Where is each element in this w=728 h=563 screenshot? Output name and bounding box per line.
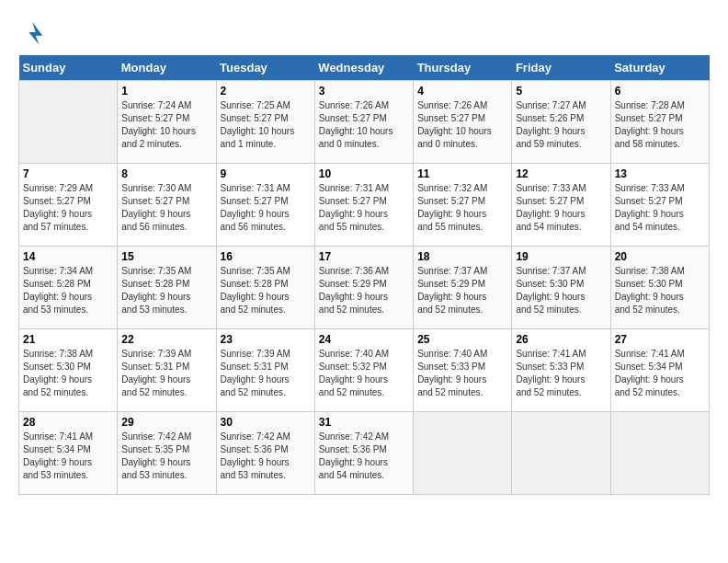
day-number: 11 xyxy=(417,167,507,180)
calendar-cell: 30Sunrise: 7:42 AM Sunset: 5:36 PM Dayli… xyxy=(216,412,314,495)
day-number: 12 xyxy=(516,167,606,180)
day-info: Sunrise: 7:41 AM Sunset: 5:34 PM Dayligh… xyxy=(23,431,113,482)
day-info: Sunrise: 7:38 AM Sunset: 5:30 PM Dayligh… xyxy=(615,265,705,316)
day-number: 9 xyxy=(221,167,311,180)
day-info: Sunrise: 7:41 AM Sunset: 5:33 PM Dayligh… xyxy=(516,348,606,399)
day-number: 23 xyxy=(221,333,311,346)
day-info: Sunrise: 7:42 AM Sunset: 5:35 PM Dayligh… xyxy=(121,431,211,482)
day-number: 16 xyxy=(221,250,311,263)
calendar-cell: 11Sunrise: 7:32 AM Sunset: 5:27 PM Dayli… xyxy=(414,164,512,247)
calendar-cell: 2Sunrise: 7:25 AM Sunset: 5:27 PM Daylig… xyxy=(216,81,314,164)
day-info: Sunrise: 7:26 AM Sunset: 5:27 PM Dayligh… xyxy=(417,99,507,151)
weekday-header: Monday xyxy=(118,55,216,81)
day-info: Sunrise: 7:40 AM Sunset: 5:32 PM Dayligh… xyxy=(319,348,409,399)
day-number: 15 xyxy=(121,250,211,263)
day-info: Sunrise: 7:39 AM Sunset: 5:31 PM Dayligh… xyxy=(121,348,211,399)
calendar-cell: 7Sunrise: 7:29 AM Sunset: 5:27 PM Daylig… xyxy=(19,164,118,247)
day-info: Sunrise: 7:26 AM Sunset: 5:27 PM Dayligh… xyxy=(319,99,409,151)
day-number: 1 xyxy=(121,85,211,98)
day-number: 19 xyxy=(516,250,606,263)
weekday-header: Sunday xyxy=(19,55,118,81)
calendar-cell xyxy=(19,81,118,164)
calendar-cell: 3Sunrise: 7:26 AM Sunset: 5:27 PM Daylig… xyxy=(314,81,413,164)
day-info: Sunrise: 7:38 AM Sunset: 5:30 PM Dayligh… xyxy=(23,348,113,399)
calendar-cell: 17Sunrise: 7:36 AM Sunset: 5:29 PM Dayli… xyxy=(314,247,413,329)
calendar-cell: 19Sunrise: 7:37 AM Sunset: 5:30 PM Dayli… xyxy=(512,247,610,329)
calendar-cell: 8Sunrise: 7:30 AM Sunset: 5:27 PM Daylig… xyxy=(118,164,216,247)
calendar-cell: 25Sunrise: 7:40 AM Sunset: 5:33 PM Dayli… xyxy=(414,329,512,412)
weekday-header: Wednesday xyxy=(314,55,413,81)
weekday-header: Thursday xyxy=(414,55,512,81)
calendar-cell xyxy=(414,412,512,495)
day-number: 29 xyxy=(121,416,211,429)
day-info: Sunrise: 7:36 AM Sunset: 5:29 PM Dayligh… xyxy=(319,265,409,316)
day-info: Sunrise: 7:42 AM Sunset: 5:36 PM Dayligh… xyxy=(221,431,311,482)
day-number: 5 xyxy=(516,85,606,98)
day-number: 14 xyxy=(23,250,113,263)
day-info: Sunrise: 7:33 AM Sunset: 5:27 PM Dayligh… xyxy=(516,182,606,234)
calendar-cell: 18Sunrise: 7:37 AM Sunset: 5:29 PM Dayli… xyxy=(414,247,512,329)
logo-icon xyxy=(18,18,46,46)
day-number: 27 xyxy=(615,333,705,346)
day-info: Sunrise: 7:25 AM Sunset: 5:27 PM Dayligh… xyxy=(221,99,311,151)
day-info: Sunrise: 7:32 AM Sunset: 5:27 PM Dayligh… xyxy=(417,182,507,234)
calendar-cell xyxy=(512,412,610,495)
day-number: 21 xyxy=(23,333,113,346)
calendar-cell: 26Sunrise: 7:41 AM Sunset: 5:33 PM Dayli… xyxy=(512,329,610,412)
calendar-cell: 13Sunrise: 7:33 AM Sunset: 5:27 PM Dayli… xyxy=(610,164,709,247)
calendar-week-row: 1Sunrise: 7:24 AM Sunset: 5:27 PM Daylig… xyxy=(19,81,710,164)
day-info: Sunrise: 7:31 AM Sunset: 5:27 PM Dayligh… xyxy=(319,182,409,234)
day-info: Sunrise: 7:39 AM Sunset: 5:31 PM Dayligh… xyxy=(221,348,311,399)
calendar-week-row: 21Sunrise: 7:38 AM Sunset: 5:30 PM Dayli… xyxy=(19,329,710,412)
day-number: 8 xyxy=(121,167,211,180)
day-info: Sunrise: 7:37 AM Sunset: 5:30 PM Dayligh… xyxy=(516,265,606,316)
day-number: 7 xyxy=(23,167,113,180)
calendar-cell: 9Sunrise: 7:31 AM Sunset: 5:27 PM Daylig… xyxy=(216,164,314,247)
day-info: Sunrise: 7:41 AM Sunset: 5:34 PM Dayligh… xyxy=(615,348,705,399)
day-info: Sunrise: 7:35 AM Sunset: 5:28 PM Dayligh… xyxy=(121,265,211,316)
calendar-cell: 20Sunrise: 7:38 AM Sunset: 5:30 PM Dayli… xyxy=(610,247,709,329)
day-info: Sunrise: 7:33 AM Sunset: 5:27 PM Dayligh… xyxy=(615,182,705,234)
day-number: 31 xyxy=(319,416,409,429)
calendar-cell: 12Sunrise: 7:33 AM Sunset: 5:27 PM Dayli… xyxy=(512,164,610,247)
calendar-cell: 22Sunrise: 7:39 AM Sunset: 5:31 PM Dayli… xyxy=(118,329,216,412)
calendar-cell: 31Sunrise: 7:42 AM Sunset: 5:36 PM Dayli… xyxy=(314,412,413,495)
calendar-cell: 6Sunrise: 7:28 AM Sunset: 5:27 PM Daylig… xyxy=(610,81,709,164)
calendar-cell: 28Sunrise: 7:41 AM Sunset: 5:34 PM Dayli… xyxy=(19,412,118,495)
day-number: 26 xyxy=(516,333,606,346)
day-number: 3 xyxy=(319,85,409,98)
day-info: Sunrise: 7:28 AM Sunset: 5:27 PM Dayligh… xyxy=(615,99,705,151)
calendar-week-row: 14Sunrise: 7:34 AM Sunset: 5:28 PM Dayli… xyxy=(19,247,710,329)
day-number: 22 xyxy=(121,333,211,346)
day-info: Sunrise: 7:31 AM Sunset: 5:27 PM Dayligh… xyxy=(221,182,311,234)
calendar-cell: 24Sunrise: 7:40 AM Sunset: 5:32 PM Dayli… xyxy=(314,329,413,412)
calendar-cell: 29Sunrise: 7:42 AM Sunset: 5:35 PM Dayli… xyxy=(118,412,216,495)
day-number: 6 xyxy=(615,85,705,98)
day-number: 13 xyxy=(615,167,705,180)
calendar-cell: 5Sunrise: 7:27 AM Sunset: 5:26 PM Daylig… xyxy=(512,81,610,164)
calendar-cell xyxy=(610,412,709,495)
svg-marker-0 xyxy=(28,22,42,45)
day-info: Sunrise: 7:37 AM Sunset: 5:29 PM Dayligh… xyxy=(417,265,507,316)
day-info: Sunrise: 7:29 AM Sunset: 5:27 PM Dayligh… xyxy=(23,182,113,234)
day-number: 25 xyxy=(417,333,507,346)
day-number: 20 xyxy=(615,250,705,263)
day-number: 17 xyxy=(319,250,409,263)
day-number: 30 xyxy=(221,416,311,429)
calendar-cell: 16Sunrise: 7:35 AM Sunset: 5:28 PM Dayli… xyxy=(216,247,314,329)
day-number: 18 xyxy=(417,250,507,263)
calendar-cell: 23Sunrise: 7:39 AM Sunset: 5:31 PM Dayli… xyxy=(216,329,314,412)
day-number: 2 xyxy=(221,85,311,98)
calendar-cell: 1Sunrise: 7:24 AM Sunset: 5:27 PM Daylig… xyxy=(118,81,216,164)
day-number: 4 xyxy=(417,85,507,98)
day-info: Sunrise: 7:35 AM Sunset: 5:28 PM Dayligh… xyxy=(221,265,311,316)
calendar-cell: 4Sunrise: 7:26 AM Sunset: 5:27 PM Daylig… xyxy=(414,81,512,164)
logo xyxy=(18,18,50,46)
weekday-header: Tuesday xyxy=(216,55,314,81)
day-number: 24 xyxy=(319,333,409,346)
calendar-cell: 15Sunrise: 7:35 AM Sunset: 5:28 PM Dayli… xyxy=(118,247,216,329)
weekday-header: Friday xyxy=(512,55,610,81)
calendar-header-row: SundayMondayTuesdayWednesdayThursdayFrid… xyxy=(19,55,710,81)
calendar-cell: 21Sunrise: 7:38 AM Sunset: 5:30 PM Dayli… xyxy=(19,329,118,412)
calendar-cell: 27Sunrise: 7:41 AM Sunset: 5:34 PM Dayli… xyxy=(610,329,709,412)
